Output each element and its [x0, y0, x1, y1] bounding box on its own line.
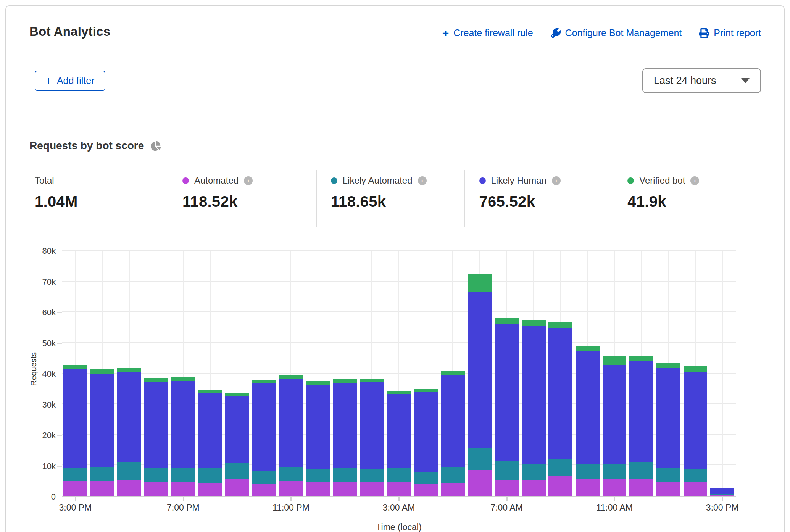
- stacked-bar[interactable]: [656, 363, 680, 496]
- bar-segment-likely-human: [710, 488, 734, 494]
- stacked-bar[interactable]: [90, 369, 114, 496]
- x-tick-label: 7:00 AM: [490, 503, 522, 513]
- stat-value: 41.9k: [627, 193, 761, 210]
- stacked-bar[interactable]: [629, 356, 653, 496]
- info-icon[interactable]: i: [244, 176, 253, 185]
- bar-segment-automated: [279, 481, 303, 496]
- stacked-bar[interactable]: [360, 379, 384, 496]
- chevron-down-icon: [741, 78, 750, 83]
- bar-segment-automated: [603, 479, 627, 496]
- stacked-bar[interactable]: [522, 320, 546, 496]
- bar-segment-likely-automated: [629, 462, 653, 479]
- x-tick-mark: [290, 496, 292, 501]
- bar-segment-automated: [629, 479, 653, 496]
- time-range-select[interactable]: Last 24 hours: [642, 68, 761, 93]
- stacked-bar[interactable]: [603, 356, 627, 496]
- bar-segment-likely-human: [90, 374, 114, 468]
- stacked-bar[interactable]: [468, 274, 492, 496]
- bar-segment-verified-bot: [414, 389, 438, 392]
- bar-segment-automated: [656, 482, 680, 496]
- add-filter-button[interactable]: + Add filter: [35, 71, 105, 91]
- bar-segment-likely-human: [548, 328, 572, 458]
- stacked-bar[interactable]: [710, 488, 734, 496]
- stacked-bar[interactable]: [279, 375, 303, 496]
- bar-segment-likely-human: [117, 372, 141, 462]
- y-tick-label: 40k: [25, 369, 56, 379]
- bar-segment-automated: [90, 481, 114, 496]
- stacked-bar[interactable]: [171, 377, 195, 496]
- printer-icon: [699, 28, 709, 38]
- bar-segment-verified-bot: [684, 366, 708, 372]
- info-icon[interactable]: i: [690, 176, 699, 185]
- stacked-bar[interactable]: [387, 391, 411, 496]
- bar-segment-likely-automated: [360, 469, 384, 482]
- stacked-bar[interactable]: [306, 381, 330, 496]
- plus-icon: +: [442, 28, 449, 38]
- info-icon[interactable]: i: [552, 176, 561, 185]
- stat-value: 118.65k: [331, 193, 464, 210]
- bar-segment-likely-automated: [603, 464, 627, 479]
- stats-row: Total 1.04M Automatedi118.52kLikely Auto…: [29, 170, 761, 227]
- stacked-bar[interactable]: [684, 366, 708, 496]
- y-tick-label: 20k: [25, 430, 56, 440]
- bar-segment-verified-bot: [387, 391, 411, 395]
- bar-segment-likely-human: [171, 381, 195, 468]
- bar-segment-likely-automated: [252, 471, 276, 484]
- action-create-firewall-rule[interactable]: +Create firewall rule: [442, 27, 533, 39]
- bar-segment-automated: [252, 484, 276, 496]
- stacked-bar[interactable]: [548, 322, 572, 496]
- bar-segment-automated: [63, 481, 87, 496]
- page: { "header": { "title": "Bot Analytics", …: [0, 0, 790, 532]
- bar-segment-likely-automated: [387, 468, 411, 482]
- x-tick-label: 3:00 PM: [706, 503, 739, 513]
- stacked-bar[interactable]: [117, 368, 141, 496]
- bar-segment-likely-human: [522, 326, 546, 464]
- y-tick-label: 50k: [25, 339, 56, 348]
- y-tick-dash: [57, 282, 62, 282]
- bar-segment-likely-automated: [198, 468, 222, 483]
- plot-area: 010k20k30k40k50k60k70k80k3:00 PM7:00 PM1…: [62, 251, 736, 497]
- bar-segment-verified-bot: [171, 377, 195, 381]
- stat-value: 1.04M: [35, 193, 168, 210]
- stacked-bar[interactable]: [576, 346, 600, 496]
- bar-segment-likely-human: [684, 372, 708, 469]
- bar-segment-likely-human: [225, 396, 249, 464]
- bar-segment-likely-human: [629, 361, 653, 462]
- action-print-report[interactable]: Print report: [699, 27, 761, 39]
- x-tick-label: 3:00 PM: [59, 503, 92, 513]
- legend-dot: [479, 177, 486, 184]
- bar-segment-automated: [333, 482, 357, 496]
- bar-segment-verified-bot: [441, 371, 465, 375]
- time-range-value: Last 24 hours: [654, 75, 741, 87]
- bar-segment-verified-bot: [576, 346, 600, 351]
- stacked-bar[interactable]: [144, 378, 168, 496]
- stacked-bar[interactable]: [495, 318, 519, 496]
- bar-segment-automated: [468, 470, 492, 496]
- x-tick-mark: [398, 496, 400, 501]
- bar-segment-likely-human: [656, 368, 680, 468]
- stacked-bar[interactable]: [441, 371, 465, 496]
- bar-segment-likely-human: [252, 383, 276, 471]
- stacked-bar[interactable]: [414, 389, 438, 496]
- pie-chart-icon: [151, 141, 161, 151]
- stacked-bar[interactable]: [333, 379, 357, 496]
- bar-segment-verified-bot: [198, 390, 222, 393]
- action-configure-bot-management[interactable]: Configure Bot Management: [551, 27, 682, 39]
- bar-segment-verified-bot: [279, 375, 303, 379]
- stacked-bar[interactable]: [252, 380, 276, 496]
- y-tick-dash: [57, 497, 62, 497]
- bar-segment-verified-bot: [468, 274, 492, 292]
- bar-segment-automated: [576, 479, 600, 496]
- stacked-bar[interactable]: [63, 365, 87, 496]
- y-tick-label: 30k: [25, 400, 56, 410]
- y-tick-label: 10k: [25, 461, 56, 471]
- bar-segment-likely-automated: [414, 472, 438, 484]
- stat-automated: Automatedi118.52k: [168, 170, 316, 227]
- stacked-bar[interactable]: [225, 393, 249, 496]
- y-tick-dash: [57, 405, 62, 405]
- bar-segment-likely-human: [603, 365, 627, 464]
- bar-segment-likely-human: [576, 351, 600, 464]
- stacked-bar[interactable]: [198, 390, 222, 496]
- info-icon[interactable]: i: [418, 176, 427, 185]
- bar-segment-likely-automated: [117, 462, 141, 480]
